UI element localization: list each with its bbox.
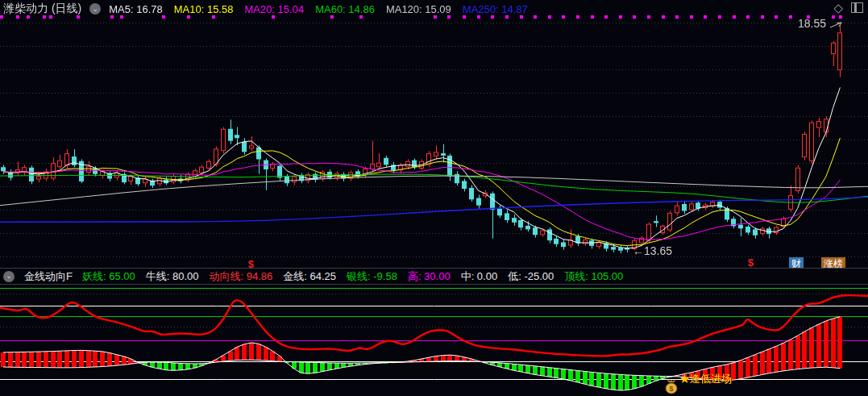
main-chart-header: 潍柴动力 (日线) ⌄ MA5: 16.78MA10: 15.58MA20: 1…	[0, 0, 868, 18]
indicator-field-value: 顶线: 105.00	[564, 269, 623, 284]
ma-indicator-value: MA5: 16.78	[109, 3, 163, 15]
ma-indicator-value: MA120: 15.09	[386, 3, 451, 15]
stock-chart-app: 潍柴动力 (日线) ⌄ MA5: 16.78MA10: 15.58MA20: 1…	[0, 0, 868, 396]
svg-text:$: $	[669, 385, 673, 393]
collapse-chevron-icon[interactable]: ⌄	[3, 271, 15, 282]
indicator-name[interactable]: 金线动向F	[24, 269, 73, 284]
collapse-chevron-icon[interactable]: ⌄	[89, 3, 101, 15]
indicator-field-value: 高: 30.00	[408, 269, 451, 284]
dividend-marker-icon[interactable]: $	[748, 256, 754, 269]
buy-signal-label: ★逢低进场	[679, 372, 732, 386]
indicator-field-value: 低: -25.00	[508, 269, 554, 284]
indicator-field-list: 妖线: 65.00牛线: 80.00动向线: 94.86金线: 64.25银线:…	[82, 269, 623, 284]
indicator-field-value: 银线: -9.58	[347, 269, 397, 284]
diamond-icon[interactable]: ◇	[833, 2, 843, 14]
ma-indicator-value: MA250: 14.87	[463, 3, 528, 15]
split-window-icon[interactable]	[851, 2, 863, 13]
indicator-field-value: 妖线: 65.00	[82, 269, 135, 284]
indicator-field-value: 牛线: 80.00	[146, 269, 199, 284]
ma-indicator-list: MA5: 16.78MA10: 15.58MA20: 15.04MA60: 14…	[109, 3, 528, 15]
ma-indicator-value: MA60: 14.86	[315, 3, 375, 15]
indicator-field-value: 中: 0.00	[461, 269, 498, 284]
indicator-panel-header: ⌄ 金线动向F 妖线: 65.00牛线: 80.00动向线: 94.86金线: …	[0, 268, 868, 285]
ma-indicator-value: MA20: 15.04	[244, 3, 304, 15]
moneybag-icon: $	[664, 379, 679, 396]
ma-indicator-value: MA10: 15.58	[174, 3, 234, 15]
chart-canvas[interactable]	[0, 0, 868, 396]
indicator-field-value: 动向线: 94.86	[209, 269, 272, 284]
indicator-field-value: 金线: 64.25	[283, 269, 336, 284]
low-price-label: ←13.65	[633, 244, 672, 257]
high-price-label: 18.55	[798, 17, 826, 30]
window-icon-group: ◇	[833, 2, 863, 14]
stock-title: 潍柴动力 (日线)	[3, 2, 81, 16]
